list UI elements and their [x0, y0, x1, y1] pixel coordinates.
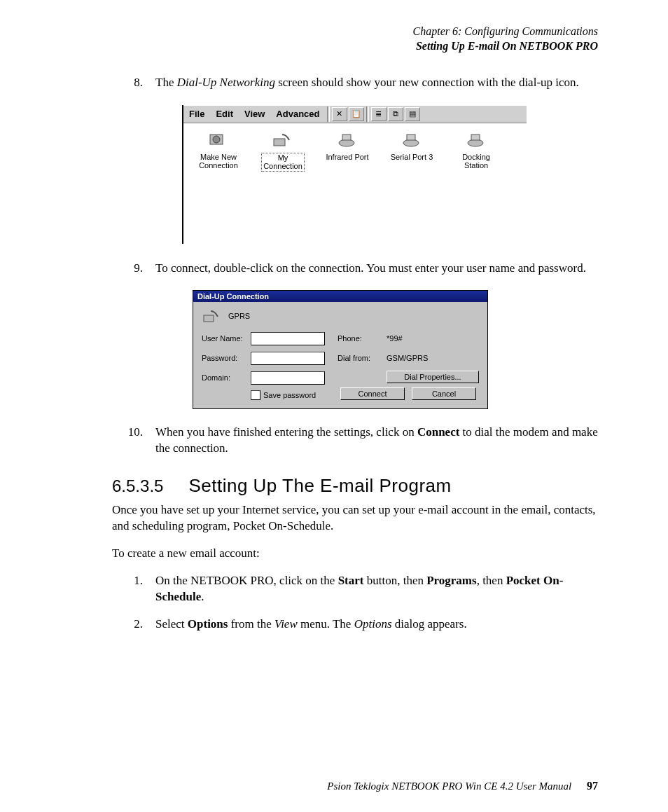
step-10: 10. When you have finished entering the … — [112, 425, 598, 457]
password-input[interactable] — [251, 352, 325, 365]
step-text: Select Options from the View menu. The O… — [155, 617, 598, 633]
svg-rect-6 — [407, 135, 415, 140]
details-view-icon[interactable]: ▤ — [405, 107, 420, 121]
step-2: 2. Select Options from the View menu. Th… — [112, 617, 598, 633]
svg-rect-9 — [204, 315, 214, 322]
header-section: Setting Up E-mail On NETBOOK PRO — [112, 39, 598, 54]
page-header: Chapter 6: Configuring Communications Se… — [112, 25, 598, 54]
step-number: 10. — [112, 425, 155, 457]
toolbar-separator — [366, 106, 369, 122]
my-connection-item[interactable]: MyConnection — [251, 129, 315, 172]
device-icon — [400, 129, 424, 150]
step-9: 9. To connect, double-click on the conne… — [112, 261, 598, 277]
menu-advanced[interactable]: Advanced — [270, 106, 325, 121]
phone-label: Phone: — [338, 334, 387, 343]
globe-icon — [207, 129, 230, 150]
save-password-label: Save password — [263, 391, 316, 399]
section-number: 6.5.3.5 — [112, 476, 163, 496]
page-number: 97 — [587, 780, 598, 792]
connect-button[interactable]: Connect — [340, 387, 405, 400]
username-label: User Name: — [202, 334, 251, 343]
svg-point-1 — [213, 136, 220, 143]
save-password-checkbox[interactable] — [251, 390, 260, 400]
docking-station-item[interactable]: DockingStation — [444, 129, 508, 170]
section-paragraph: To create a new email account: — [112, 546, 598, 562]
svg-rect-8 — [471, 135, 480, 140]
section-heading: 6.5.3.5 Setting Up The E-mail Program — [112, 475, 598, 497]
dial-properties-button[interactable]: Dial Properties... — [387, 371, 479, 383]
step-number: 1. — [112, 573, 155, 605]
svg-rect-2 — [274, 139, 285, 146]
make-new-connection-item[interactable]: Make NewConnection — [186, 129, 251, 170]
large-icons-icon[interactable]: ≣ — [371, 107, 387, 121]
menu-file[interactable]: File — [183, 106, 210, 121]
menu-edit[interactable]: Edit — [210, 106, 239, 121]
domain-input[interactable] — [251, 371, 325, 385]
section-paragraph: Once you have set up your Internet servi… — [112, 502, 598, 535]
footer-text: Psion Teklogix NETBOOK PRO Win CE 4.2 Us… — [327, 780, 571, 792]
delete-icon[interactable]: ✕ — [332, 107, 347, 121]
device-icon — [464, 129, 488, 150]
dialog-title: Dial-Up Connection — [193, 291, 487, 302]
serial-port-item[interactable]: Serial Port 3 — [380, 129, 444, 162]
properties-icon[interactable]: 📋 — [349, 107, 364, 121]
step-text: When you have finished entering the sett… — [155, 425, 598, 457]
username-input[interactable] — [251, 332, 325, 345]
modem-phone-icon — [271, 129, 295, 150]
step-text: On the NETBOOK PRO, click on the Start b… — [155, 573, 598, 605]
svg-rect-4 — [342, 135, 351, 140]
page-footer: Psion Teklogix NETBOOK PRO Win CE 4.2 Us… — [112, 780, 598, 792]
step-text: To connect, double-click on the connecti… — [155, 261, 598, 277]
menubar: File Edit View Advanced ✕ 📋 ≣ ⧉ ▤ — [183, 105, 527, 123]
step-number: 9. — [112, 261, 155, 277]
step-1: 1. On the NETBOOK PRO, click on the Star… — [112, 573, 598, 605]
step-number: 2. — [112, 617, 155, 633]
dialfrom-label: Dial from: — [338, 354, 387, 362]
menu-view[interactable]: View — [239, 106, 270, 121]
small-icons-icon[interactable]: ⧉ — [388, 107, 403, 121]
dialup-networking-window: File Edit View Advanced ✕ 📋 ≣ ⧉ ▤ Make N… — [182, 105, 527, 244]
toolbar-separator — [327, 106, 330, 122]
header-chapter: Chapter 6: Configuring Communications — [112, 25, 598, 39]
domain-label: Domain: — [202, 373, 251, 382]
connections-pane: Make NewConnection MyConnection Infrared… — [183, 123, 527, 244]
dialup-connection-dialog: Dial-Up Connection GPRS User Name: Passw… — [193, 290, 488, 409]
connection-name: GPRS — [228, 312, 250, 320]
modem-phone-icon — [202, 308, 221, 324]
dialfrom-value: GSM/GPRS — [387, 354, 479, 362]
phone-value: *99# — [387, 334, 479, 343]
cancel-button[interactable]: Cancel — [412, 387, 476, 400]
step-text: The Dial-Up Networking screen should sho… — [155, 75, 598, 91]
device-icon — [335, 129, 359, 150]
password-label: Password: — [202, 354, 251, 362]
infrared-port-item[interactable]: Infrared Port — [315, 129, 380, 162]
step-number: 8. — [112, 75, 155, 91]
section-title: Setting Up The E-mail Program — [188, 475, 451, 497]
step-8: 8. The Dial-Up Networking screen should … — [112, 75, 598, 91]
